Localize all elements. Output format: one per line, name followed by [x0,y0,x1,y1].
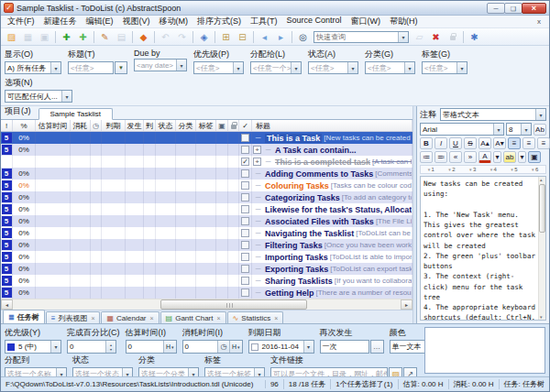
highlight-button[interactable]: ab [503,151,516,163]
recurrence-options-button[interactable]: … [370,340,384,354]
close-icon[interactable]: × [274,315,278,321]
menu-item[interactable]: 工具(T) [246,15,282,28]
due-date-checkbox[interactable] [251,343,258,351]
tab-Statistics[interactable]: ∿Statistics× [227,311,284,324]
strikethrough-button[interactable]: S [464,137,477,149]
filter-combo[interactable]: A) 所有任务 [5,61,61,74]
task-checkbox[interactable] [241,146,249,154]
quick-find-box[interactable] [314,31,409,43]
grow-font-button[interactable]: A▴ [478,137,491,149]
title-cell[interactable]: ─Likewise for the task's Status, Allocat… [252,203,412,215]
edit-task-icon[interactable]: ✎ [97,29,113,44]
outdent-button[interactable]: « [449,151,462,163]
time-unit-dropdown[interactable]: H [229,341,242,353]
scroll-left-icon[interactable] [1,299,13,310]
new-task-icon[interactable]: ✚ [59,29,74,44]
column-header[interactable]: 标题 [252,120,412,131]
task-row[interactable]: ✓+─This is a completed task[A task can b… [1,156,412,168]
chevron-down-icon[interactable] [347,62,358,73]
delete-task-icon[interactable]: ✖ [428,29,444,44]
shrink-font-button[interactable]: A▾ [493,137,506,149]
task-checkbox[interactable] [241,134,249,142]
task-checkbox[interactable] [241,169,249,178]
task-checkbox[interactable] [241,289,249,297]
task-checkbox[interactable] [241,253,249,261]
prev-task-icon[interactable]: ◂ [257,29,272,44]
clock-icon[interactable]: ◷ [217,341,229,353]
font-color-dropdown[interactable]: ▾ [493,151,501,163]
attr-spin[interactable]: 0 [67,340,116,354]
chevron-down-icon[interactable] [50,341,60,353]
menu-item[interactable]: 帮助(H) [385,15,423,28]
highlight-dropdown[interactable]: ▾ [518,151,526,163]
filter-combo[interactable]: <任意> [365,61,415,74]
title-cell[interactable]: ─Importing Tasks[ToDoList is able to imp… [252,251,412,263]
title-cell[interactable]: ─Getting Help[There are a number of reso… [252,287,412,299]
column-header[interactable]: ▣ [216,120,228,131]
column-header[interactable]: 分类 [176,120,196,131]
task-checkbox[interactable] [241,277,249,285]
title-cell[interactable]: ─Navigating the Tasklist[ToDoList can be… [252,227,412,239]
minimize-button[interactable] [487,3,505,14]
task-checkbox[interactable] [241,217,249,225]
task-row[interactable]: 50%─Sharing Tasklists[If you want to col… [1,275,412,287]
font-color-button[interactable]: A [478,151,491,163]
chevron-down-icon[interactable] [456,62,467,73]
title-cell[interactable]: ─Associated Files with Tasks[The File Li… [252,215,412,227]
column-header[interactable]: ◷ [91,120,102,131]
chevron-down-icon[interactable] [535,109,545,120]
column-header[interactable]: 到 [144,120,156,131]
expand-tasks-icon[interactable]: ⊞ [218,29,234,44]
bold-button[interactable]: B [420,137,433,149]
comment-text[interactable]: New tasks can be created using: 1. The '… [421,177,538,320]
scrollbar-track[interactable] [13,299,401,310]
font-size-combo[interactable]: 8 [506,123,532,136]
filter-combo[interactable]: <任意> [308,61,358,74]
task-checkbox[interactable] [241,205,249,213]
align-right-button[interactable]: ≡ [537,137,550,149]
attr-ellipsis[interactable]: 一次 [320,340,369,354]
spin-buttons[interactable] [105,341,116,353]
scrollbar-thumb[interactable] [539,184,545,233]
task-row[interactable]: 50%─Associated Files with Tasks[The File… [1,215,412,227]
menu-item[interactable]: 文件(F) [3,15,39,28]
scroll-right-icon[interactable] [401,299,412,310]
expand-icon[interactable]: + [253,158,261,166]
title-cell[interactable]: ─Adding Comments to Tasks[Comments are e… [252,168,412,180]
chevron-down-icon[interactable] [521,124,531,135]
underline-button[interactable]: U [449,137,462,149]
title-cell[interactable]: ─Exporting Tasks[ToDoList can export tas… [252,263,412,275]
column-header[interactable]: 标签 [196,120,216,131]
tab-Gantt Chart[interactable]: ▤Gantt Chart× [160,311,226,324]
chevron-down-icon[interactable] [404,62,414,73]
align-center-button[interactable]: ≡ [522,137,535,149]
numbered-list-button[interactable]: ≕ [434,151,447,163]
task-row[interactable]: 50%─Exporting Tasks[ToDoList can export … [1,263,412,275]
task-row[interactable]: 50%─Likewise for the task's Status, Allo… [1,203,412,215]
task-row[interactable]: 50%─Categorizing Tasks[To add an categor… [1,191,412,203]
next-task-icon[interactable]: ▸ [273,29,289,44]
task-checkbox[interactable] [241,241,249,249]
find-tasks-icon[interactable]: ◎ [295,29,311,44]
task-row[interactable]: 50%─Getting Help[There are a number of r… [1,287,412,299]
close-icon[interactable]: × [91,315,94,321]
task-row[interactable]: 50%─Filtering Tasks[Once you have been w… [1,239,412,251]
chevron-down-icon[interactable] [291,62,301,73]
close-button[interactable] [522,3,546,14]
close-icon[interactable]: × [217,315,221,321]
chevron-down-icon[interactable] [61,91,72,102]
title-cell[interactable]: +─This is a completed task[A task can be… [252,156,412,168]
comments-format-combo[interactable]: 带格式文本 [440,108,546,121]
new-subtask-icon[interactable]: ✚ [75,29,91,44]
menu-item[interactable]: 移动(M) [155,15,193,28]
task-row[interactable]: 50%─This is a Task[New tasks can be crea… [1,132,412,144]
task-row[interactable]: 50%+─A Task can contain... [1,144,412,156]
chevron-down-icon[interactable] [50,62,60,73]
title-cell[interactable]: ─Filtering Tasks[Once you have been work… [252,239,412,251]
menu-item[interactable]: 编辑(E) [82,15,118,28]
attr-time2[interactable]: 0◷H [182,340,243,354]
title-cell[interactable]: ─Colouring Tasks[Tasks can be colour cod… [252,180,412,191]
preferences-icon[interactable]: ✱ [467,29,482,44]
menu-item[interactable]: Source Control [282,15,346,28]
task-checkbox[interactable] [241,193,249,201]
